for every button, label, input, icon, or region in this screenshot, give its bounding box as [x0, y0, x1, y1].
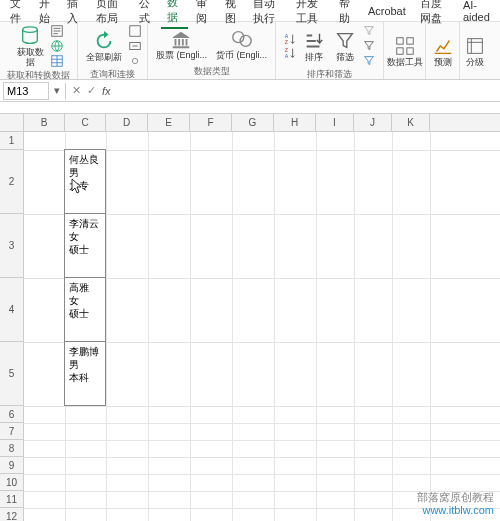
sort-asc-button[interactable]: AZ — [283, 32, 297, 46]
col-header-H[interactable]: H — [274, 114, 316, 131]
sort-button[interactable]: 排序 — [300, 29, 328, 64]
row-header-1[interactable]: 1 — [0, 132, 23, 150]
sort-icon — [303, 30, 325, 52]
col-header-K[interactable]: K — [392, 114, 430, 131]
menu-ai[interactable]: AI-aided — [457, 0, 496, 25]
subtotal-button[interactable]: 分级 — [461, 34, 489, 69]
refresh-all-button[interactable]: 全部刷新 — [83, 29, 125, 64]
row-header-3[interactable]: 3 — [0, 214, 23, 278]
record-edu: 硕士 — [69, 243, 101, 256]
editlinks-icon[interactable] — [128, 54, 142, 68]
tools-icon — [394, 35, 416, 57]
row-header-5[interactable]: 5 — [0, 342, 23, 406]
funnel-icon — [334, 30, 356, 52]
queries-icon[interactable] — [128, 24, 142, 38]
worksheet[interactable]: BCDEFGHIJK 12345678910111213 何丛良男大专李清云女硕… — [0, 114, 500, 521]
group-queries: 查询和连接 — [90, 68, 135, 81]
record-name: 何丛良 — [69, 153, 101, 166]
row-header-12[interactable]: 12 — [0, 508, 23, 521]
svg-text:A: A — [285, 33, 289, 39]
name-box[interactable] — [3, 82, 49, 100]
cells-area[interactable]: 何丛良男大专李清云女硕士高雅女硕士李鹏博男本科 — [24, 132, 500, 521]
record-gender: 女 — [69, 230, 101, 243]
col-header-D[interactable]: D — [106, 114, 148, 131]
row-header-9[interactable]: 9 — [0, 457, 23, 474]
svg-rect-14 — [396, 47, 402, 53]
sort-asc-icon: AZ — [283, 32, 297, 46]
row-headers: 12345678910111213 — [0, 132, 24, 521]
menu-bar: 文件 开始 插入 页面布局 公式 数据 审阅 视图 自动执行 开发工具 帮助 A… — [0, 0, 500, 22]
from-text-icon[interactable] — [50, 24, 64, 38]
svg-point-0 — [23, 27, 38, 32]
col-header-F[interactable]: F — [190, 114, 232, 131]
svg-rect-15 — [406, 47, 412, 53]
record-name: 李鹏博 — [69, 345, 101, 358]
sort-desc-icon: ZA — [283, 46, 297, 60]
data-tools-button[interactable]: 数据工具 — [384, 34, 426, 69]
col-header-G[interactable]: G — [232, 114, 274, 131]
currency-icon — [231, 28, 253, 50]
record-gender: 男 — [69, 358, 101, 371]
stocks-button[interactable]: 股票 (Engli... — [153, 27, 210, 62]
col-header-C[interactable]: C — [65, 114, 106, 131]
formula-bar: ▾ ✕ ✓ fx — [0, 80, 500, 102]
ribbon: 获取数 据 获取和转换数据 全部刷新 查询和连接 — [0, 22, 500, 80]
fx-icon[interactable]: fx — [99, 85, 114, 97]
enter-icon[interactable]: ✓ — [84, 84, 99, 97]
outline-icon — [464, 35, 486, 57]
properties-icon[interactable] — [128, 39, 142, 53]
svg-text:Z: Z — [285, 47, 289, 53]
col-header-I[interactable]: I — [316, 114, 354, 131]
svg-rect-4 — [130, 26, 141, 37]
record-edu: 硕士 — [69, 307, 101, 320]
svg-rect-16 — [468, 38, 483, 53]
formula-input[interactable] — [114, 82, 500, 100]
record-name: 李清云 — [69, 217, 101, 230]
col-header-B[interactable]: B — [24, 114, 65, 131]
forecast-icon — [432, 35, 454, 57]
row-header-8[interactable]: 8 — [0, 440, 23, 457]
select-all-corner[interactable] — [0, 114, 24, 131]
row-header-11[interactable]: 11 — [0, 491, 23, 508]
column-headers: BCDEFGHIJK — [0, 114, 500, 132]
cell-C4[interactable]: 高雅女硕士 — [64, 277, 106, 342]
record-gender: 男 — [69, 166, 101, 179]
group-get-transform: 获取和转换数据 — [7, 69, 70, 82]
row-header-6[interactable]: 6 — [0, 406, 23, 423]
group-sort-filter: 排序和筛选 — [307, 68, 352, 81]
cell-C3[interactable]: 李清云女硕士 — [64, 213, 106, 278]
svg-text:Z: Z — [285, 39, 289, 45]
svg-rect-12 — [396, 37, 402, 43]
bank-icon — [170, 28, 192, 50]
group-datatypes: 数据类型 — [194, 65, 230, 78]
col-header-J[interactable]: J — [354, 114, 392, 131]
currency-button[interactable]: 货币 (Engli... — [213, 27, 270, 62]
row-header-4[interactable]: 4 — [0, 278, 23, 342]
menu-acrobat[interactable]: Acrobat — [362, 3, 412, 19]
cancel-icon[interactable]: ✕ — [69, 84, 84, 97]
get-data-button[interactable]: 获取数 据 — [14, 24, 47, 69]
row-header-2[interactable]: 2 — [0, 150, 23, 214]
from-web-icon[interactable] — [50, 39, 64, 53]
advanced-filter-icon[interactable] — [362, 54, 376, 68]
from-table-icon[interactable] — [50, 54, 64, 68]
sort-desc-button[interactable]: ZA — [283, 46, 297, 60]
svg-rect-13 — [406, 37, 412, 43]
record-edu: 大专 — [69, 179, 101, 192]
database-icon — [19, 25, 41, 47]
cell-C5[interactable]: 李鹏博男本科 — [64, 341, 106, 406]
svg-text:A: A — [285, 53, 289, 59]
record-name: 高雅 — [69, 281, 101, 294]
name-box-dropdown[interactable]: ▾ — [52, 84, 62, 97]
reapply-icon[interactable] — [362, 39, 376, 53]
clear-filter-icon[interactable] — [362, 24, 376, 38]
row-header-7[interactable]: 7 — [0, 423, 23, 440]
refresh-icon — [93, 30, 115, 52]
record-gender: 女 — [69, 294, 101, 307]
filter-button[interactable]: 筛选 — [331, 29, 359, 64]
col-header-E[interactable]: E — [148, 114, 190, 131]
forecast-button[interactable]: 预测 — [429, 34, 457, 69]
record-edu: 本科 — [69, 371, 101, 384]
cell-C2[interactable]: 何丛良男大专 — [64, 149, 106, 214]
row-header-10[interactable]: 10 — [0, 474, 23, 491]
